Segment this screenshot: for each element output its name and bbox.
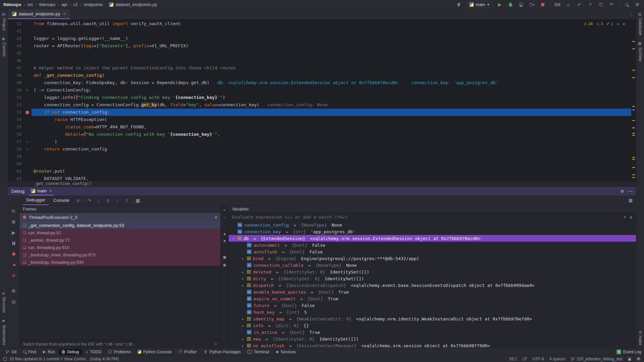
step-into-icon[interactable]: ↓ — [95, 197, 103, 204]
file-encoding[interactable]: UTF-8 — [533, 357, 544, 361]
code-line[interactable]: 47# Helper method to inject the parent C… — [8, 64, 636, 72]
add-watch-icon[interactable]: + — [624, 215, 626, 220]
next-problem-icon[interactable]: ∨ — [623, 22, 625, 26]
close-icon[interactable]: × — [215, 342, 217, 347]
tab-debugger[interactable]: Debugger — [23, 195, 49, 205]
pin-icon[interactable]: ◎ — [10, 298, 17, 305]
sidebar-item-sciview[interactable]: ▦SciView — [638, 41, 643, 61]
remove-icon[interactable]: − — [223, 216, 225, 220]
rerun-icon[interactable]: ↻ — [10, 207, 17, 215]
breadcrumb-item[interactable]: src — [27, 2, 33, 7]
line-separator[interactable]: LF — [523, 357, 527, 361]
toolwindow-button-services[interactable]: ◆Services — [273, 349, 299, 355]
toolwindow-button-run[interactable]: ▶Run — [40, 349, 58, 355]
git-update-button[interactable]: ↙ — [565, 1, 572, 8]
sidebar-item-bookmarks[interactable]: ⚑Bookmarks — [2, 319, 6, 345]
expand-icon[interactable]: ▸ — [241, 317, 245, 321]
frame-row[interactable]: ❏_bootstrap_inner, threading.py:973 — [19, 251, 220, 258]
evaluate-expression-input[interactable]: Evaluate expression (↵) or add a watch (… — [229, 213, 636, 222]
frame-up-icon[interactable]: ▲ — [223, 232, 226, 236]
mute-breakpoints-icon[interactable]: ⊘ — [10, 272, 17, 279]
git-branch-widget[interactable]: 220_jetbrains_debug_doc — [571, 357, 623, 361]
warning-stripe-mark[interactable] — [632, 120, 635, 121]
code-line[interactable]: 54 raise HTTPException( — [8, 116, 636, 123]
code-line[interactable]: 43logger = logging.getLogger(__name__) — [8, 35, 636, 42]
view-breakpoints-icon[interactable]: ●● — [10, 261, 17, 268]
prev-problem-icon[interactable]: ∧ — [616, 22, 619, 26]
sidebar-item-project[interactable]: ▤Project — [2, 12, 6, 31]
code-line[interactable]: 48def _get_connection_config( — [8, 72, 636, 79]
warning-stripe-mark[interactable] — [632, 127, 635, 128]
warning-stripe-mark[interactable] — [632, 48, 635, 49]
expand-icon[interactable]: ▸ — [241, 324, 245, 327]
code-line[interactable]: 50⊟) -> ConnectionConfig: — [8, 86, 636, 94]
variable-row[interactable]: ∨db = {ExtendedSession} <sqlalchemy.orm.… — [229, 235, 636, 242]
code-line[interactable]: 41from fidesops.util.oauth_util import v… — [8, 20, 636, 27]
debugger-settings-icon[interactable]: ⚙ — [10, 287, 17, 295]
variable-row[interactable]: ▸dispatch = {SessionEventsDispatch} <sql… — [229, 282, 636, 289]
warning-stripe-mark[interactable] — [632, 159, 635, 160]
settings-button[interactable]: ⚙ — [634, 1, 641, 8]
layout-menu-icon[interactable]: ≡ — [74, 197, 82, 204]
code-line[interactable]: 60 — [8, 160, 636, 168]
window-icon[interactable] — [3, 357, 7, 361]
breadcrumb-item[interactable]: api — [61, 2, 67, 7]
code-line[interactable]: 55 status_code=HTTP_404_NOT_FOUND, — [8, 123, 636, 131]
hide-panel-icon[interactable]: — — [628, 189, 633, 194]
notifications-icon[interactable]: ⚙ — [636, 357, 641, 361]
toolwindow-button-todo[interactable]: ≡TODO — [83, 349, 105, 355]
variable-row[interactable]: ▸dirty = {IdentitySet: 0} IdentitySet([]… — [229, 275, 636, 282]
sticky-context-line[interactable]: _get_connection_config() — [8, 180, 636, 186]
code-line[interactable]: 62 DATASET_VALIDATE, — [8, 175, 636, 180]
variable-row[interactable]: ▸deleted = {IdentitySet: 0} IdentitySet(… — [229, 268, 636, 275]
toolwindow-button-python-packages[interactable]: ≫Python Packages — [201, 349, 244, 355]
expand-icon[interactable]: ▸ — [241, 270, 245, 274]
settings-wrench-icon[interactable]: ⚙ — [10, 218, 17, 226]
variable-row[interactable]: 01autocommit = {bool} False — [229, 242, 636, 248]
code-editor[interactable]: 41from fidesops.util.oauth_util import v… — [8, 19, 636, 180]
variable-row[interactable]: 01expire_on_commit = {bool} True — [229, 295, 636, 302]
toolwindow-button-find[interactable]: Find — [20, 349, 39, 355]
run-to-cursor-icon[interactable]: ⇩ — [123, 197, 131, 204]
toolwindow-button-debug[interactable]: Debug — [59, 349, 82, 355]
code-line[interactable]: 44router = APIRouter(tags=["Datasets"], … — [8, 42, 636, 50]
git-push-button[interactable]: ↗ — [587, 1, 593, 8]
frame-row[interactable]: ❏_get_connection_config, dataset_endpoin… — [19, 222, 220, 229]
variable-row[interactable]: 01future = {bool} False — [229, 302, 636, 309]
sidebar-item-structure[interactable]: ≣Structure — [2, 292, 6, 313]
collapse-icon[interactable]: ∨ — [231, 237, 235, 240]
step-over-icon[interactable]: ↷ — [85, 197, 93, 204]
toolwindow-button-problems[interactable]: !Problems — [105, 349, 134, 355]
code-line[interactable]: 52 connection_config = ConnectionConfig.… — [8, 101, 636, 109]
tab-console[interactable]: Console — [50, 195, 73, 205]
add-icon[interactable]: + — [223, 208, 225, 212]
thread-selector[interactable]: ThreadPoolExecutor-2_0 ▾ — [19, 213, 220, 222]
frame-row[interactable]: ❏_bootstrap, threading.py:930 — [19, 258, 220, 266]
vcs-status-message[interactable]: 33 files updated in 1 commit // View Com… — [9, 357, 119, 361]
pause-icon[interactable] — [10, 240, 17, 247]
expand-icon[interactable]: ▸ — [241, 337, 245, 341]
close-icon[interactable]: × — [63, 11, 66, 16]
expand-icon[interactable]: ▸ — [241, 277, 245, 281]
variable-row[interactable]: 01connection_key = {str} 'app_postgres_d… — [229, 228, 636, 235]
step-out-icon[interactable]: ↑ — [113, 197, 121, 204]
variable-row[interactable]: 01autoflush = {bool} False — [229, 248, 636, 255]
warning-stripe-mark[interactable] — [632, 70, 635, 71]
variable-row[interactable]: 01connection_config = {NoneType} None — [229, 222, 636, 228]
unlock-icon[interactable] — [628, 359, 631, 361]
expand-icon[interactable]: ▸ — [241, 284, 245, 287]
breadcrumb-item[interactable]: endpoints — [84, 2, 103, 7]
code-line[interactable]: 61@router.put( — [8, 168, 636, 175]
variable-row[interactable]: 01connection_callable = {NoneType} None — [229, 262, 636, 268]
close-icon[interactable]: × — [49, 188, 52, 193]
current-line-stripe-mark[interactable] — [632, 109, 635, 111]
warning-stripe-mark[interactable] — [632, 174, 635, 175]
profiler-button[interactable]: ▾ — [529, 1, 535, 8]
evaluate-expression-icon[interactable]: ▦ — [134, 197, 142, 204]
code-line[interactable]: 58⌂ return connection_config — [8, 145, 636, 153]
code-line[interactable]: 51 logger.info(f"Finding connection conf… — [8, 94, 636, 101]
chevron-down-icon[interactable]: ∨ — [629, 215, 633, 220]
tab-dataset-endpoints[interactable]: dataset_endpoints.py × — [8, 9, 70, 19]
expand-icon[interactable]: ▸ — [241, 257, 245, 260]
breadcrumb-item[interactable]: dataset_endpoints.py — [116, 2, 157, 7]
